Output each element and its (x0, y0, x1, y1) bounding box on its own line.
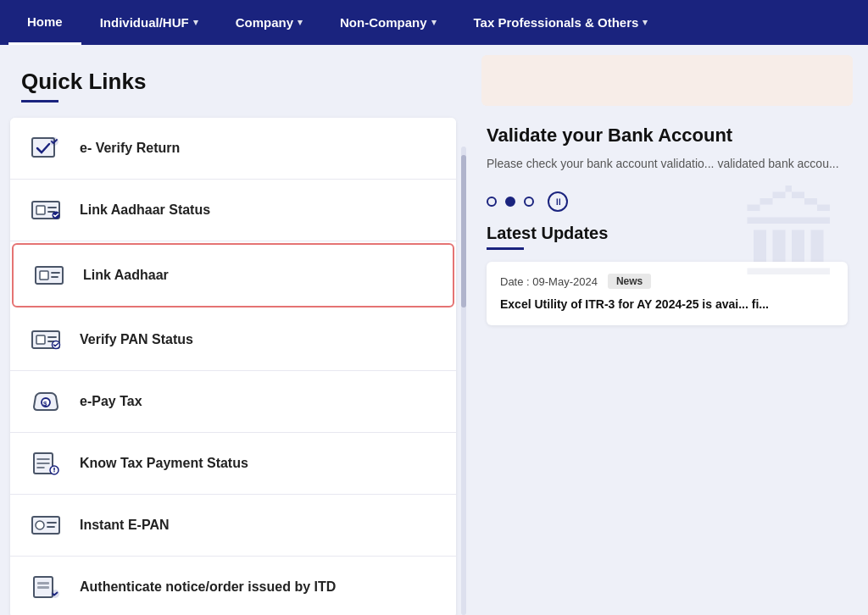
quick-links-underline (21, 100, 58, 102)
svg-rect-12 (36, 335, 45, 344)
latest-updates-title: Latest Updates (487, 224, 848, 243)
instant-epan-icon (27, 510, 64, 540)
nav-item-home[interactable]: Home (8, 0, 81, 45)
quick-links-title: Quick Links (0, 69, 466, 95)
chevron-down-icon: ▾ (193, 17, 198, 28)
nav-item-taxpro[interactable]: Tax Professionals & Others ▾ (455, 0, 667, 45)
link-aadhaar-icon (31, 260, 68, 291)
e-verify-icon (27, 133, 64, 163)
svg-rect-8 (40, 271, 48, 280)
list-item-verify-pan[interactable]: Verify PAN Status (10, 309, 456, 371)
e-verify-label: e- Verify Return (80, 141, 180, 156)
latest-updates-section: Latest Updates Date : 09-May-2024 News E… (466, 212, 868, 325)
nav-home-label: Home (27, 14, 63, 29)
main-nav: Home Individual/HUF ▾ Company ▾ Non-Comp… (0, 0, 868, 45)
nav-noncompany-label: Non-Company (340, 15, 427, 30)
svg-text:$: $ (43, 400, 47, 407)
nav-company-label: Company (236, 15, 293, 30)
nav-individual-label: Individual/HUF (100, 15, 189, 30)
latest-updates-underline (487, 247, 524, 250)
instant-epan-label: Instant E-PAN (80, 518, 169, 533)
validate-section: Validate your Bank Account Please check … (466, 106, 868, 173)
svg-rect-3 (36, 206, 45, 214)
update-text: Excel Utility of ITR-3 for AY 2024-25 is… (500, 296, 834, 313)
nav-item-individual[interactable]: Individual/HUF ▾ (81, 0, 217, 45)
link-aadhaar-label: Link Aadhaar (83, 268, 169, 283)
quick-links-list: e- Verify Return Link Aadhaar Status (10, 118, 456, 615)
svg-point-24 (53, 471, 55, 473)
left-panel: Quick Links e- Verify Return (0, 45, 466, 615)
e-pay-tax-label: e-Pay Tax (80, 394, 142, 409)
verify-pan-label: Verify PAN Status (80, 332, 193, 347)
authenticate-label: Authenticate notice/order issued by ITD (80, 579, 336, 595)
update-date: Date : 09-May-2024 (500, 275, 598, 288)
nav-item-noncompany[interactable]: Non-Company ▾ (321, 0, 455, 45)
carousel-dot-3[interactable] (524, 197, 534, 207)
update-card-header: Date : 09-May-2024 News (500, 274, 834, 289)
carousel-controls (466, 173, 868, 212)
verify-pan-icon (27, 324, 64, 355)
list-item-instant-epan[interactable]: Instant E-PAN (10, 495, 456, 557)
carousel-pause-button[interactable] (548, 191, 568, 212)
chevron-down-icon: ▾ (298, 17, 303, 28)
list-item-e-pay-tax[interactable]: $ e-Pay Tax (10, 371, 456, 433)
update-card: Date : 09-May-2024 News Excel Utility of… (487, 262, 848, 325)
update-badge: News (608, 274, 651, 289)
aadhaar-status-icon (27, 195, 64, 225)
banner-area (481, 55, 853, 106)
nav-item-company[interactable]: Company ▾ (217, 0, 321, 45)
svg-point-26 (36, 521, 44, 529)
carousel-dot-1[interactable] (487, 197, 497, 207)
authenticate-icon (27, 572, 64, 602)
svg-rect-30 (37, 582, 49, 585)
nav-taxpro-label: Tax Professionals & Others (474, 15, 639, 30)
main-layout: Quick Links e- Verify Return (0, 45, 868, 615)
know-tax-label: Know Tax Payment Status (80, 456, 248, 471)
list-item-authenticate[interactable]: Authenticate notice/order issued by ITD (10, 557, 456, 615)
right-panel: Validate your Bank Account Please check … (466, 45, 868, 615)
svg-rect-31 (37, 586, 49, 589)
list-item-link-aadhaar-status[interactable]: Link Aadhaar Status (10, 180, 456, 241)
list-item-link-aadhaar[interactable]: Link Aadhaar (12, 243, 454, 308)
know-tax-icon (27, 448, 64, 479)
e-pay-tax-icon: $ (27, 386, 64, 417)
chevron-down-icon: ▾ (643, 17, 648, 28)
validate-title: Validate your Bank Account (487, 125, 848, 147)
chevron-down-icon: ▾ (431, 17, 437, 28)
list-item-know-tax[interactable]: Know Tax Payment Status (10, 433, 456, 495)
aadhaar-status-label: Link Aadhaar Status (80, 202, 210, 218)
list-item-e-verify[interactable]: e- Verify Return (10, 118, 456, 180)
carousel-dot-2[interactable] (505, 197, 515, 207)
validate-desc: Please check your bank account validatio… (487, 155, 848, 173)
